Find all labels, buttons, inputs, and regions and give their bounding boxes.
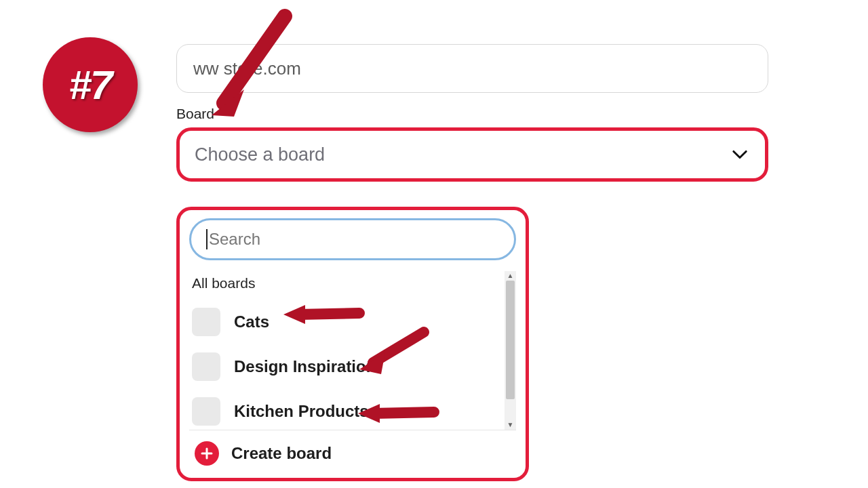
scrollbar-thumb[interactable]	[506, 281, 515, 399]
scroll-down-arrow-icon[interactable]: ▼	[507, 420, 514, 430]
scroll-up-arrow-icon[interactable]: ▲	[507, 271, 514, 281]
board-item-design-inspiration[interactable]: Design Inspiration	[189, 344, 502, 389]
svg-marker-0	[212, 89, 244, 117]
create-board-label: Create board	[231, 444, 332, 463]
text-caret	[206, 229, 208, 249]
board-list: All boards Cats Design Inspiration Kitch…	[189, 271, 505, 430]
board-list-area: All boards Cats Design Inspiration Kitch…	[189, 271, 516, 430]
board-thumbnail	[192, 352, 220, 381]
board-item-label: Kitchen Products	[234, 402, 369, 421]
scrollbar-track[interactable]	[505, 281, 516, 420]
plus-icon	[195, 441, 219, 466]
board-thumbnail	[192, 397, 220, 426]
step-badge: #7	[43, 37, 138, 132]
board-item-label: Design Inspiration	[234, 357, 376, 376]
board-item-cats[interactable]: Cats	[189, 300, 502, 344]
board-search-input[interactable]	[189, 218, 516, 260]
board-item-label: Cats	[234, 312, 269, 331]
board-field-label: Board	[176, 106, 214, 122]
board-item-kitchen-products[interactable]: Kitchen Products	[189, 389, 502, 430]
board-select-placeholder: Choose a board	[195, 144, 325, 165]
board-search-input-field[interactable]	[209, 230, 499, 249]
destination-url-input[interactable]: ww store.com	[176, 44, 768, 93]
step-badge-text: #7	[69, 62, 112, 108]
board-list-section-title: All boards	[192, 275, 502, 291]
board-picker-popover: All boards Cats Design Inspiration Kitch…	[176, 207, 529, 481]
board-list-scrollbar[interactable]: ▲ ▼	[505, 271, 516, 430]
board-select[interactable]: Choose a board	[176, 127, 768, 182]
board-thumbnail	[192, 308, 220, 336]
destination-url-value: ww store.com	[193, 58, 301, 79]
create-board-button[interactable]: Create board	[189, 430, 516, 478]
chevron-down-icon	[732, 150, 747, 159]
